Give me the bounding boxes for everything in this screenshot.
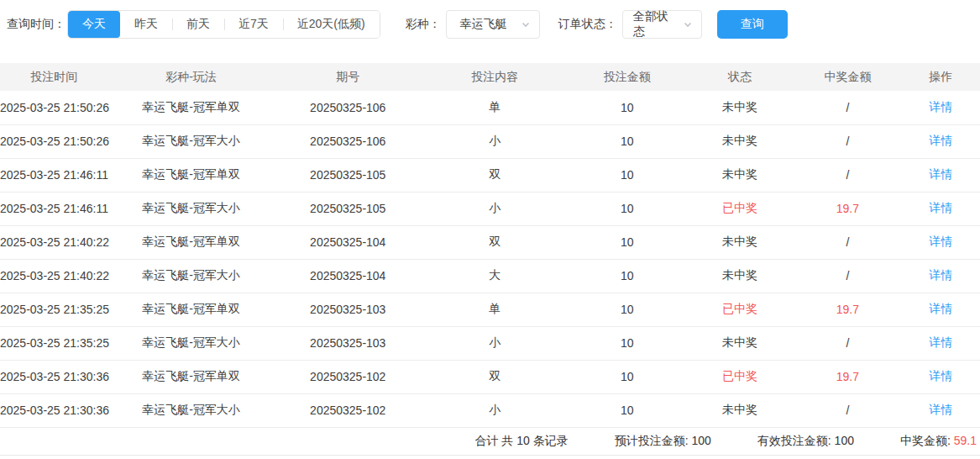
cell-bet-amount: 10 bbox=[569, 259, 686, 293]
table-row: 2025-03-25 21:50:26 幸运飞艇-冠军单双 20250325-1… bbox=[0, 91, 980, 124]
cell-bet-time: 2025-03-25 21:46:11 bbox=[0, 192, 107, 225]
table-row: 2025-03-25 21:46:11 幸运飞艇-冠军大小 20250325-1… bbox=[0, 192, 980, 225]
summary-valid-amount: 有效投注金额: 100 bbox=[757, 434, 854, 449]
cell-bet-amount: 10 bbox=[569, 91, 686, 124]
table-row: 2025-03-25 21:40:22 幸运飞艇-冠军单双 20250325-1… bbox=[0, 225, 980, 259]
summary-total: 合计 共 10 条记录 bbox=[474, 434, 568, 449]
detail-link[interactable]: 详情 bbox=[929, 235, 952, 248]
cell-bet-content: 大 bbox=[422, 259, 569, 293]
cell-bet-time: 2025-03-25 21:46:11 bbox=[0, 158, 107, 192]
cell-bet-content: 小 bbox=[422, 124, 569, 158]
cell-bet-content: 单 bbox=[422, 293, 569, 326]
order-status-value: 全部状态 bbox=[633, 9, 678, 40]
cell-win-amount: / bbox=[794, 124, 901, 158]
col-header-bet-time: 投注时间 bbox=[0, 63, 107, 91]
time-option-last20days[interactable]: 近20天(低频) bbox=[283, 11, 380, 38]
detail-link[interactable]: 详情 bbox=[929, 268, 952, 282]
table-row: 2025-03-25 21:35:25 幸运飞艇-冠军大小 20250325-1… bbox=[0, 326, 980, 360]
cell-bet-content: 双 bbox=[422, 158, 569, 192]
cell-bet-amount: 10 bbox=[569, 158, 686, 192]
summary-bar: 合计 共 10 条记录 预计投注金额: 100 有效投注金额: 100 中奖金额… bbox=[0, 428, 980, 456]
cell-action: 详情 bbox=[902, 192, 980, 225]
cell-win-amount: 19.7 bbox=[794, 192, 901, 225]
table-row: 2025-03-25 21:30:36 幸运飞艇-冠军单双 20250325-1… bbox=[0, 360, 980, 393]
detail-link[interactable]: 详情 bbox=[929, 100, 952, 113]
filter-bar: 查询时间： 今天 昨天 前天 近7天 近20天(低频) 彩种： 幸运飞艇 订单状… bbox=[0, 0, 980, 49]
cell-lottery-play: 幸运飞艇-冠军单双 bbox=[107, 293, 274, 326]
col-header-issue: 期号 bbox=[275, 63, 422, 91]
time-option-today[interactable]: 今天 bbox=[68, 11, 120, 38]
table-row: 2025-03-25 21:46:11 幸运飞艇-冠军单双 20250325-1… bbox=[0, 158, 980, 192]
query-button[interactable]: 查询 bbox=[717, 10, 788, 39]
time-option-yesterday[interactable]: 昨天 bbox=[120, 11, 172, 38]
cell-lottery-play: 幸运飞艇-冠军大小 bbox=[107, 259, 274, 293]
cell-bet-time: 2025-03-25 21:40:22 bbox=[0, 225, 107, 259]
cell-status: 未中奖 bbox=[686, 326, 794, 360]
cell-action: 详情 bbox=[902, 326, 980, 360]
col-header-lottery-play: 彩种-玩法 bbox=[107, 63, 274, 91]
summary-win-value: 59.1 bbox=[954, 434, 977, 447]
cell-issue: 20250325-104 bbox=[275, 259, 422, 293]
cell-status: 未中奖 bbox=[686, 91, 794, 124]
cell-win-amount: 19.7 bbox=[794, 360, 901, 393]
cell-lottery-play: 幸运飞艇-冠军单双 bbox=[107, 360, 274, 393]
cell-bet-time: 2025-03-25 21:50:26 bbox=[0, 91, 107, 124]
cell-status: 已中奖 bbox=[686, 192, 794, 225]
cell-issue: 20250325-106 bbox=[275, 124, 422, 158]
cell-win-amount: 19.7 bbox=[794, 293, 901, 326]
detail-link[interactable]: 详情 bbox=[929, 369, 952, 382]
table-row: 2025-03-25 21:50:26 幸运飞艇-冠军大小 20250325-1… bbox=[0, 124, 980, 158]
cell-bet-content: 单 bbox=[422, 91, 569, 124]
cell-issue: 20250325-105 bbox=[275, 158, 422, 192]
chevron-down-icon bbox=[683, 19, 693, 29]
cell-win-amount: / bbox=[794, 225, 901, 259]
detail-link[interactable]: 详情 bbox=[929, 134, 952, 147]
detail-link[interactable]: 详情 bbox=[929, 335, 952, 349]
lottery-type-label: 彩种： bbox=[406, 17, 441, 32]
table-header-row: 投注时间 彩种-玩法 期号 投注内容 投注金额 状态 中奖金额 操作 bbox=[0, 63, 980, 91]
time-range-button-group: 今天 昨天 前天 近7天 近20天(低频) bbox=[67, 10, 380, 39]
time-option-day-before[interactable]: 前天 bbox=[172, 11, 224, 38]
cell-bet-time: 2025-03-25 21:30:36 bbox=[0, 393, 107, 427]
order-status-label: 订单状态： bbox=[558, 17, 617, 32]
cell-action: 详情 bbox=[902, 393, 980, 427]
cell-bet-amount: 10 bbox=[569, 326, 686, 360]
cell-win-amount: / bbox=[794, 91, 901, 124]
detail-link[interactable]: 详情 bbox=[929, 403, 952, 416]
cell-win-amount: / bbox=[794, 158, 901, 192]
col-header-bet-content: 投注内容 bbox=[422, 63, 569, 91]
summary-expected-amount: 预计投注金额: 100 bbox=[615, 434, 711, 449]
cell-status: 未中奖 bbox=[686, 259, 794, 293]
cell-bet-amount: 10 bbox=[569, 293, 686, 326]
cell-bet-content: 小 bbox=[422, 326, 569, 360]
time-option-last7days[interactable]: 近7天 bbox=[224, 11, 283, 38]
query-time-label: 查询时间： bbox=[7, 17, 66, 32]
col-header-bet-amount: 投注金额 bbox=[569, 63, 686, 91]
cell-status: 已中奖 bbox=[686, 293, 794, 326]
cell-status: 未中奖 bbox=[686, 158, 794, 192]
cell-bet-amount: 10 bbox=[569, 225, 686, 259]
detail-link[interactable]: 详情 bbox=[929, 302, 952, 315]
bet-records-table: 投注时间 彩种-玩法 期号 投注内容 投注金额 状态 中奖金额 操作 2025-… bbox=[0, 63, 980, 428]
cell-action: 详情 bbox=[902, 225, 980, 259]
order-status-select[interactable]: 全部状态 bbox=[622, 10, 702, 39]
summary-win-amount: 中奖金额: 59.1 bbox=[900, 434, 977, 449]
detail-link[interactable]: 详情 bbox=[929, 167, 952, 181]
lottery-type-value: 幸运飞艇 bbox=[460, 17, 507, 32]
cell-bet-content: 小 bbox=[422, 393, 569, 427]
lottery-type-select[interactable]: 幸运飞艇 bbox=[446, 10, 540, 39]
cell-bet-amount: 10 bbox=[569, 124, 686, 158]
detail-link[interactable]: 详情 bbox=[929, 201, 952, 214]
cell-bet-content: 双 bbox=[422, 225, 569, 259]
cell-win-amount: / bbox=[794, 326, 901, 360]
cell-action: 详情 bbox=[902, 259, 980, 293]
cell-status: 未中奖 bbox=[686, 124, 794, 158]
cell-lottery-play: 幸运飞艇-冠军单双 bbox=[107, 158, 274, 192]
col-header-status: 状态 bbox=[686, 63, 794, 91]
cell-bet-content: 双 bbox=[422, 360, 569, 393]
cell-lottery-play: 幸运飞艇-冠军大小 bbox=[107, 192, 274, 225]
cell-bet-time: 2025-03-25 21:40:22 bbox=[0, 259, 107, 293]
chevron-down-icon bbox=[521, 19, 531, 29]
cell-bet-time: 2025-03-25 21:50:26 bbox=[0, 124, 107, 158]
cell-issue: 20250325-103 bbox=[275, 326, 422, 360]
